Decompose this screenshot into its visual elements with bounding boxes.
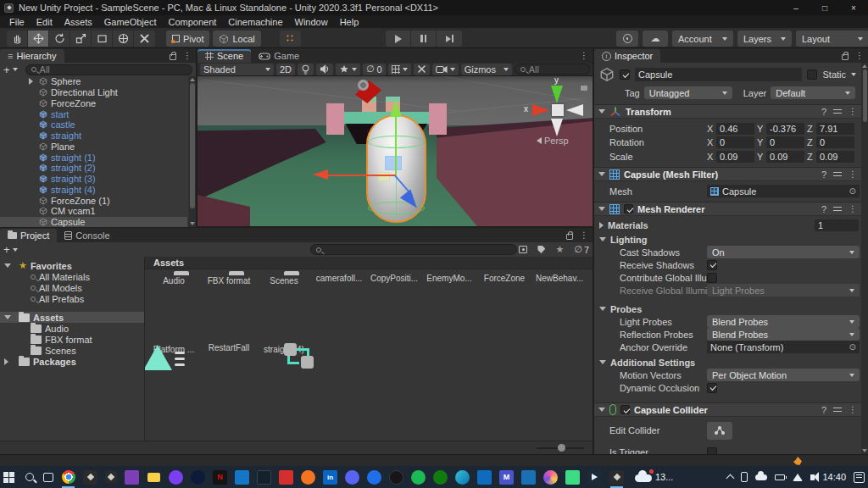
scene-viewport[interactable]: y x Persp: [198, 76, 593, 226]
asset-forcezone-script[interactable]: #ForceZone: [478, 272, 531, 283]
hierarchy-item-castle[interactable]: castle: [0, 119, 187, 130]
hierarchy-item-start[interactable]: start: [0, 108, 187, 119]
hidden-count-button[interactable]: ∅7: [574, 244, 589, 255]
taskbar-icon-discord[interactable]: [345, 470, 359, 485]
gizmo-plane-handle-2[interactable]: [378, 172, 390, 181]
favorites-filter-icon[interactable]: ★: [555, 245, 564, 254]
rotate-tool-icon[interactable]: [49, 30, 70, 47]
orientation-lock-icon[interactable]: [581, 86, 587, 91]
taskbar-icon-crunchyroll[interactable]: [301, 470, 315, 485]
scene-camera-button[interactable]: [432, 64, 459, 75]
taskbar-icon-disney-plus[interactable]: [191, 470, 205, 485]
kebab-menu-icon[interactable]: ⋮: [849, 107, 857, 116]
taskbar-icon-file-explorer[interactable]: [147, 470, 161, 485]
project-search-input[interactable]: [310, 244, 517, 255]
camera-caret-icon[interactable]: [450, 68, 455, 71]
tab-inspector[interactable]: i Inspector: [594, 49, 660, 63]
task-view-icon[interactable]: [43, 473, 53, 482]
kebab-menu-icon[interactable]: ⋮: [849, 204, 857, 214]
orientation-y-cone-icon[interactable]: [551, 86, 563, 103]
asset-scenes[interactable]: Scenes: [258, 274, 310, 286]
motion-vectors-dropdown[interactable]: Per Object Motion: [707, 369, 860, 381]
grid-caret-icon[interactable]: [403, 68, 408, 71]
rotation-y-field[interactable]: 0: [766, 136, 804, 148]
scene-effects-button[interactable]: [336, 64, 360, 75]
presets-icon[interactable]: [833, 407, 842, 413]
tree-audio[interactable]: Audio: [0, 323, 144, 334]
gizmos-dropdown[interactable]: Gizmos: [461, 64, 512, 75]
asset-enemymove-script[interactable]: #EnemyMo...: [423, 272, 476, 283]
tab-hierarchy[interactable]: ≡ Hierarchy: [0, 49, 64, 63]
taskbar-icon-unity-taskbar[interactable]: [609, 470, 624, 485]
tab-scene[interactable]: Scene: [198, 49, 251, 63]
reflection-probes-dropdown[interactable]: Blend Probes: [707, 328, 860, 341]
gizmo-x-axis[interactable]: [327, 175, 396, 176]
scene-audio-button[interactable]: [316, 64, 333, 75]
taskbar-icon-linkedin[interactable]: in: [323, 470, 337, 485]
hierarchy-item-straight-2[interactable]: straight (2): [0, 163, 187, 174]
taskbar-search-icon[interactable]: [25, 473, 34, 481]
lock-icon[interactable]: [566, 234, 573, 240]
tree-fbx-format[interactable]: FBX format: [0, 334, 144, 345]
taskbar-icon-google-play[interactable]: [587, 470, 602, 485]
kebab-menu-icon[interactable]: ⋮: [855, 51, 864, 60]
scale-x-field[interactable]: 0.09: [716, 151, 754, 163]
transform-tool-icon[interactable]: [113, 30, 134, 47]
taskbar-icon-app-blue-tiles[interactable]: [235, 470, 249, 485]
gizmo-y-axis[interactable]: [395, 116, 397, 175]
draw-mode-dropdown[interactable]: Shaded: [200, 64, 274, 75]
tab-game[interactable]: Game: [251, 49, 307, 63]
help-icon[interactable]: ?: [821, 169, 826, 180]
taskbar-icon-paint-3d[interactable]: [543, 470, 558, 485]
taskbar-icon-tv-app[interactable]: [257, 470, 271, 485]
layout-dropdown[interactable]: Layout: [796, 30, 868, 47]
tree-all-models[interactable]: All Models: [0, 282, 144, 293]
dynamic-occlusion-checkbox[interactable]: [707, 383, 717, 393]
pivot-toggle-button[interactable]: Pivot: [166, 30, 209, 47]
taskbar-icon-app-red[interactable]: [279, 470, 293, 485]
asset-platform[interactable]: Platform ...: [147, 343, 200, 354]
probes-foldout-icon[interactable]: [599, 307, 606, 311]
taskbar-icon-office-app[interactable]: [521, 470, 536, 485]
materials-expander-icon[interactable]: [599, 222, 604, 229]
scene-search-input[interactable]: All: [515, 64, 590, 75]
hierarchy-item-straight-1[interactable]: straight (1): [0, 152, 187, 163]
scene-tools-button[interactable]: [414, 64, 430, 75]
step-button[interactable]: [437, 30, 462, 47]
add-caret-icon[interactable]: [13, 248, 18, 252]
notifications-icon[interactable]: [854, 472, 865, 483]
menu-assets[interactable]: Assets: [58, 17, 98, 27]
asset-restartfall-script[interactable]: #RestartFall: [203, 341, 255, 352]
hierarchy-item-cm-vcam1[interactable]: CM vcam1: [0, 206, 187, 217]
presets-icon[interactable]: [833, 206, 842, 213]
rotation-x-field[interactable]: 0: [716, 136, 754, 148]
activity-icon[interactable]: [793, 457, 802, 465]
weather-widget[interactable]: 13...: [635, 472, 673, 482]
static-checkbox[interactable]: [807, 69, 817, 80]
volume-icon[interactable]: [810, 474, 815, 480]
tag-dropdown[interactable]: Untagged: [644, 86, 732, 99]
object-picker-icon[interactable]: ⊙: [849, 343, 856, 352]
mesh-filter-header[interactable]: Capsule (Mesh Filter) ?⋮: [594, 167, 861, 181]
orientation-cone-icon[interactable]: [566, 104, 583, 116]
hierarchy-item-sphere[interactable]: Sphere: [0, 76, 187, 87]
onedrive-icon[interactable]: [755, 474, 767, 480]
expander-icon[interactable]: [29, 78, 33, 85]
gizmo-y-arrow-icon[interactable]: [390, 100, 402, 117]
layers-dropdown[interactable]: Layers: [737, 30, 792, 47]
gameobject-name-field[interactable]: Capsule: [635, 68, 802, 81]
taskbar-icon-xbox[interactable]: [433, 470, 448, 485]
tab-console[interactable]: Console: [57, 229, 117, 242]
perspective-label[interactable]: Persp: [537, 136, 569, 146]
hierarchy-item-straight-3[interactable]: straight (3): [0, 174, 187, 185]
foldout-icon[interactable]: [598, 109, 605, 114]
hierarchy-item-straight[interactable]: straight: [0, 130, 187, 141]
tree-scenes[interactable]: Scenes: [0, 345, 144, 356]
kebab-menu-icon[interactable]: ⋮: [580, 230, 588, 240]
hierarchy-item-forcezone[interactable]: ForceZone: [0, 98, 187, 109]
effects-caret-icon[interactable]: [352, 68, 357, 71]
object-picker-icon[interactable]: ⊙: [849, 187, 856, 196]
orientation-gizmo-cube[interactable]: [552, 104, 564, 116]
scene-visibility-button[interactable]: ∅0: [363, 64, 386, 75]
help-icon[interactable]: ?: [821, 204, 826, 214]
